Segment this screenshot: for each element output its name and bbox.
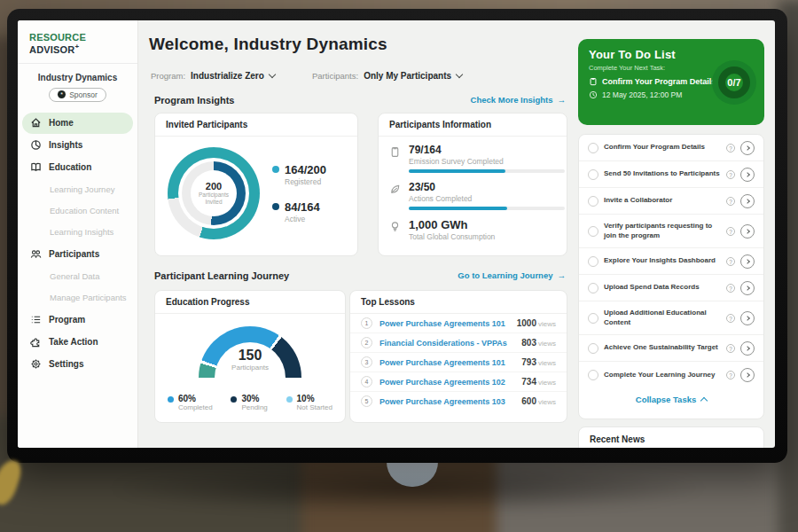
lesson-link[interactable]: Power Purchase Agreements 101: [379, 358, 514, 367]
task-checkbox[interactable]: [588, 313, 598, 324]
task-checkbox[interactable]: [588, 256, 598, 267]
legend-registered: 164/200 Registered: [272, 163, 326, 186]
card-title: Top Lessons: [350, 291, 567, 314]
card-title: Invited Participants: [155, 113, 357, 137]
task-checkbox[interactable]: [588, 143, 598, 153]
chevron-down-icon: [456, 71, 463, 78]
help-icon[interactable]: [726, 284, 735, 293]
task-checkbox[interactable]: [588, 370, 598, 380]
lesson-row: 4 Power Purchase Agreements 102 734views: [350, 372, 567, 392]
app-logo: RESOURCE ADVISOR+: [18, 20, 137, 64]
task-go-button[interactable]: [740, 224, 755, 239]
help-icon[interactable]: [726, 144, 735, 153]
education-gauge-chart: 150 Participants: [155, 321, 345, 385]
sponsor-badge[interactable]: Sponsor: [49, 88, 106, 102]
learning-journey-heading: Participant Learning Journey: [154, 270, 289, 281]
task-go-button[interactable]: [740, 168, 755, 182]
chevron-right-icon: [745, 346, 750, 351]
sidebar-item-learning-insights[interactable]: Learning Insights: [18, 222, 137, 243]
sidebar-item-settings[interactable]: Settings: [22, 354, 133, 375]
progress-fill: [409, 169, 505, 173]
participants-filter-value: Only My Participants: [364, 71, 451, 81]
go-to-learning-journey-link[interactable]: Go to Learning Journey →: [458, 270, 566, 280]
sidebar-subitem-label: Learning Journey: [50, 184, 114, 194]
task-checkbox[interactable]: [588, 343, 598, 354]
sidebar-item-participants[interactable]: Participants: [22, 244, 133, 265]
views-count: 793: [521, 357, 536, 367]
views-word: views: [538, 398, 556, 406]
participants-filter[interactable]: Participants: Only My Participants: [312, 71, 462, 81]
help-icon[interactable]: [726, 371, 735, 379]
logo-resource: RESOURCE: [29, 32, 86, 43]
sidebar-item-label: Insights: [49, 140, 82, 150]
task-go-button[interactable]: [740, 368, 755, 382]
task-go-button[interactable]: [740, 254, 755, 269]
stat-emission-survey: 79/164 Emission Survey Completed: [389, 144, 556, 173]
lesson-rank: 1: [361, 317, 372, 329]
sidebar-subitem-label: Education Content: [50, 206, 119, 215]
legend-label: Active: [285, 215, 320, 223]
help-icon[interactable]: [726, 314, 735, 323]
sidebar-subitem-label: Manage Participants: [50, 293, 127, 302]
recent-news-card: Recent News: [578, 426, 764, 448]
app-screen: RESOURCE ADVISOR+ Industry Dynamics Spon…: [18, 20, 775, 448]
monitor-bezel: RESOURCE ADVISOR+ Industry Dynamics Spon…: [7, 9, 787, 463]
stat-value: 79/164: [409, 144, 565, 156]
home-icon: [30, 117, 42, 129]
sidebar-item-home[interactable]: Home: [22, 113, 133, 134]
lesson-rank: 3: [361, 356, 372, 368]
card-title: Participants Information: [379, 113, 567, 137]
sidebar-item-education-content[interactable]: Education Content: [18, 200, 137, 222]
task-go-button[interactable]: [740, 141, 755, 155]
lesson-link[interactable]: Financial Considerations - VPPAs: [379, 339, 514, 348]
lesson-link[interactable]: Power Purchase Agreements 103: [379, 397, 514, 406]
chevron-up-icon: [700, 397, 708, 404]
donut-center-value: 200: [206, 181, 222, 192]
sidebar-item-manage-participants[interactable]: Manage Participants: [18, 287, 137, 309]
sponsor-badge-label: Sponsor: [69, 90, 98, 99]
help-icon[interactable]: [726, 257, 735, 266]
help-icon[interactable]: [726, 197, 735, 206]
leaf-icon: [389, 181, 402, 210]
donut-center-label: Participants Invited: [194, 192, 233, 207]
sidebar-item-education[interactable]: Education: [22, 157, 133, 178]
registered-dot-icon: [272, 166, 279, 173]
sidebar-item-program[interactable]: Program: [22, 309, 133, 331]
sidebar-item-label: Education: [49, 162, 91, 172]
task-go-button[interactable]: [740, 281, 755, 295]
task-go-button[interactable]: [740, 311, 755, 325]
program-filter[interactable]: Program: Industrialize Zero: [151, 71, 275, 81]
lesson-link[interactable]: Power Purchase Agreements 102: [379, 378, 514, 387]
sidebar-item-take-action[interactable]: Take Action: [22, 332, 133, 353]
check-more-insights-link[interactable]: Check More Insights →: [471, 95, 566, 105]
task-label: Explore Your Insights Dashboard: [604, 256, 721, 265]
sidebar-item-general-data[interactable]: General Data: [18, 266, 137, 287]
progress-track: [409, 207, 565, 210]
stat-label: Actions Completed: [409, 194, 565, 203]
task-checkbox[interactable]: [588, 169, 598, 180]
not-started-dot-icon: [286, 396, 293, 403]
legend-value: 84/164: [285, 200, 320, 214]
donut-center: 200 Participants Invited: [191, 170, 237, 216]
help-icon[interactable]: [726, 227, 735, 236]
collapse-tasks-link[interactable]: Collapse Tasks: [579, 388, 763, 411]
sidebar-item-insights[interactable]: Insights: [22, 135, 133, 156]
progress-fill: [409, 207, 507, 210]
task-checkbox[interactable]: [588, 283, 598, 293]
lesson-link[interactable]: Power Purchase Agreements 101: [379, 319, 510, 328]
views-word: views: [538, 359, 556, 367]
legend-label: Registered: [285, 177, 326, 186]
task-label: Achieve One Sustainability Target: [604, 343, 721, 352]
arrow-right-icon: →: [558, 95, 567, 105]
chevron-right-icon: [745, 316, 750, 321]
task-checkbox[interactable]: [588, 226, 598, 237]
task-checkbox[interactable]: [588, 196, 598, 207]
task-go-button[interactable]: [740, 341, 755, 356]
task-go-button[interactable]: [740, 194, 755, 208]
help-icon[interactable]: [726, 344, 735, 353]
views-count: 1000: [517, 318, 536, 328]
sidebar-item-learning-journey[interactable]: Learning Journey: [18, 179, 137, 200]
help-icon[interactable]: [726, 170, 735, 179]
lesson-views: 734views: [521, 377, 556, 387]
people-icon: [30, 248, 42, 260]
